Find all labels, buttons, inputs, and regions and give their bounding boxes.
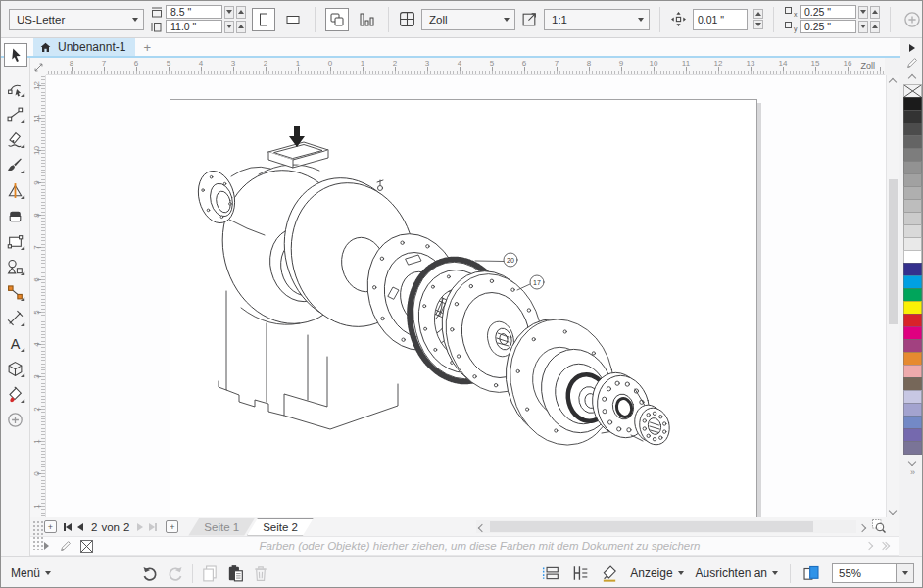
swatch-magenta[interactable] <box>903 326 922 340</box>
swatch-violet[interactable] <box>903 428 922 442</box>
zoom-to-page-button[interactable] <box>802 564 820 582</box>
add-page-after-button[interactable]: + <box>166 520 178 533</box>
palette-scroll-up-icon[interactable] <box>908 74 916 82</box>
nudge-input[interactable]: 0.01 " <box>693 9 748 30</box>
rectangle-tool[interactable] <box>3 228 28 254</box>
swatch-gray-6[interactable] <box>903 173 922 187</box>
copy-button[interactable] <box>201 564 219 582</box>
palette-flyout-icon[interactable] <box>909 44 915 52</box>
page-width-input[interactable]: 8.5 " <box>166 5 222 19</box>
swatch-black[interactable] <box>903 97 922 111</box>
artistic-media-tool[interactable] <box>3 126 28 152</box>
dockers-button[interactable] <box>542 564 559 582</box>
dimension-tool[interactable] <box>3 305 28 330</box>
horizontal-scrollbar-thumb[interactable] <box>490 521 813 532</box>
page-width-increase-button[interactable] <box>236 6 246 19</box>
palette-expand-icon[interactable] <box>44 542 49 550</box>
add-tool[interactable] <box>3 407 28 432</box>
drawing-workspace[interactable]: 20 17 <box>46 75 886 517</box>
portrait-button[interactable] <box>252 8 275 31</box>
zoom-dropdown-button[interactable] <box>896 564 913 582</box>
undo-button[interactable] <box>141 564 159 582</box>
eraser-tool[interactable] <box>3 203 28 228</box>
duplicate-x-input[interactable]: 0.25 " <box>800 5 856 19</box>
last-page-button[interactable] <box>149 523 157 531</box>
page-tab-seite-1[interactable]: Seite 1 <box>188 518 255 536</box>
redo-button[interactable] <box>167 564 184 582</box>
fill-tool[interactable] <box>3 381 28 407</box>
swatch-orange[interactable] <box>903 352 922 366</box>
shape-tool[interactable] <box>3 75 28 101</box>
swatch-periwinkle[interactable] <box>903 416 922 429</box>
nudge-increase-button[interactable] <box>753 9 763 19</box>
palette-scroll-down-icon[interactable] <box>908 458 916 466</box>
swatch-gray-8[interactable] <box>903 199 922 213</box>
vertical-scrollbar[interactable] <box>886 75 899 517</box>
swatch-gray-1[interactable] <box>903 110 922 123</box>
zoom-level-combo[interactable]: 55% <box>832 563 914 583</box>
swatch-pale-lavender[interactable] <box>903 390 922 404</box>
swatch-lavender[interactable] <box>903 403 922 416</box>
resize-grip[interactable] <box>32 520 44 550</box>
delete-button[interactable] <box>252 564 269 582</box>
edit-fill-button[interactable] <box>601 564 618 582</box>
swatch-no-fill[interactable] <box>903 84 922 98</box>
drawing-scale-select[interactable]: 1:1 <box>544 9 650 30</box>
palette-scroll-right-icon[interactable] <box>865 542 873 550</box>
swatch-gray-2[interactable] <box>903 122 922 136</box>
swatch-gray-7[interactable] <box>903 186 922 200</box>
add-control-button[interactable] <box>900 8 923 31</box>
page-width-decrease-button[interactable] <box>224 6 234 19</box>
menu-button[interactable]: Menü <box>11 566 51 580</box>
palette-expand-button[interactable]: » <box>910 467 914 477</box>
color-eyedropper-icon[interactable] <box>905 56 919 70</box>
text-tool[interactable]: A <box>3 330 28 356</box>
add-page-before-button[interactable]: + <box>44 520 57 533</box>
page-height-decrease-button[interactable] <box>224 21 234 33</box>
all-pages-button[interactable] <box>325 8 349 31</box>
swatch-gray-3[interactable] <box>903 135 922 149</box>
duplicate-y-input[interactable]: 0.25 " <box>800 20 856 33</box>
swatch-salmon[interactable] <box>903 365 922 378</box>
ruler-origin-button[interactable] <box>30 58 46 75</box>
duplicate-x-increase-button[interactable] <box>870 6 880 19</box>
units-select[interactable]: Zoll <box>421 9 515 30</box>
swatch-plum[interactable] <box>903 339 922 353</box>
freehand-tool[interactable] <box>3 101 28 126</box>
page-height-input[interactable]: 11.0 " <box>166 20 222 33</box>
landscape-button[interactable] <box>281 8 305 31</box>
swatch-taupe[interactable] <box>903 377 922 391</box>
swatch-slate-purple[interactable] <box>903 441 922 455</box>
swatch-white[interactable] <box>903 250 922 264</box>
swatch-red[interactable] <box>903 314 922 327</box>
snap-to-menu-button[interactable]: Ausrichten an <box>696 566 778 580</box>
eyedropper-icon[interactable] <box>59 539 73 553</box>
connector-tool[interactable] <box>3 279 28 305</box>
new-document-tab-button[interactable]: + <box>135 38 159 56</box>
page-size-select[interactable]: US-Letter <box>9 9 144 30</box>
swatch-cyan[interactable] <box>903 275 922 289</box>
page-height-increase-button[interactable] <box>236 21 246 33</box>
swatch-gray-5[interactable] <box>903 161 922 174</box>
first-page-button[interactable] <box>64 523 72 531</box>
exploded-assembly-drawing[interactable]: 20 17 <box>170 100 756 517</box>
display-menu-button[interactable]: Anzeige <box>630 566 683 580</box>
vertical-ruler[interactable]: 12111098765432101 <box>30 75 46 517</box>
transform-tool[interactable] <box>3 177 28 203</box>
next-page-button[interactable] <box>137 523 143 531</box>
swatch-dark-blue[interactable] <box>903 263 922 276</box>
pick-tool[interactable] <box>4 43 27 67</box>
horizontal-ruler[interactable]: Zoll 87654321012345678910111213141516 <box>46 58 885 75</box>
object-snap-button[interactable] <box>571 564 589 582</box>
page-tab-seite-2[interactable]: Seite 2 <box>247 518 314 536</box>
duplicate-y-increase-button[interactable] <box>870 21 880 33</box>
scroll-down-icon[interactable] <box>889 507 897 514</box>
shapes-tool[interactable] <box>3 254 28 279</box>
swatch-yellow[interactable] <box>903 301 922 315</box>
paste-button[interactable] <box>226 564 244 582</box>
nudge-decrease-button[interactable] <box>753 20 763 29</box>
pan-zoom-button[interactable] <box>871 518 887 534</box>
duplicate-x-decrease-button[interactable] <box>858 6 868 19</box>
page-dimensions-button[interactable] <box>355 8 378 31</box>
duplicate-y-decrease-button[interactable] <box>858 21 868 33</box>
